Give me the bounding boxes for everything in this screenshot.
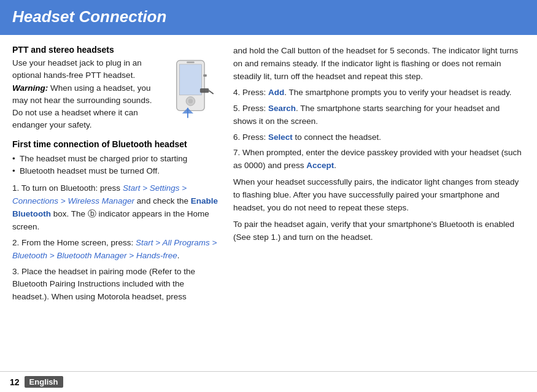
left-column: PTT and stereo headsets Use your headset… bbox=[12, 45, 221, 307]
header: Headset Connection bbox=[0, 0, 537, 35]
page-title: Headset Connection bbox=[12, 7, 525, 26]
ptt-text-block: PTT and stereo headsets Use your headset… bbox=[12, 45, 160, 132]
add-label: Add bbox=[268, 88, 284, 97]
svg-line-9 bbox=[209, 90, 213, 93]
phone-image-container bbox=[166, 45, 221, 132]
warning-label: Warning: bbox=[12, 83, 48, 93]
svg-rect-1 bbox=[179, 64, 201, 95]
bt-title: First time connection of Bluetooth heads… bbox=[12, 139, 221, 149]
bt-icon: ⓑ bbox=[88, 209, 96, 218]
select-label: Select bbox=[268, 133, 293, 142]
bullet-item: Bluetooth headset must be turned Off. bbox=[12, 165, 221, 177]
step-3: 3. Place the headset in pairing mode (Re… bbox=[12, 266, 221, 304]
footer: 12 English bbox=[0, 371, 537, 392]
svg-rect-8 bbox=[200, 88, 209, 93]
ptt-title: PTT and stereo headsets bbox=[12, 45, 160, 55]
step-2: 2. From the Home screen, press: Start > … bbox=[12, 237, 221, 263]
step1-label: 1. To turn on Bluetooth: press bbox=[12, 183, 123, 193]
ptt-section: PTT and stereo headsets Use your headset… bbox=[12, 45, 221, 132]
right-column: and hold the Call button of the headset … bbox=[233, 45, 525, 307]
svg-rect-5 bbox=[203, 74, 206, 77]
step-1: 1. To turn on Bluetooth: press Start > S… bbox=[12, 182, 221, 234]
closing-para-1: When your headset successfully pairs, th… bbox=[233, 176, 525, 215]
bullet-item: The headset must be charged prior to sta… bbox=[12, 153, 221, 165]
steps-left: 1. To turn on Bluetooth: press Start > S… bbox=[12, 182, 221, 304]
step-5: 5. Press: Search. The smartphone starts … bbox=[233, 102, 525, 128]
closing-para-2: To pair the headset again, verify that y… bbox=[233, 218, 525, 244]
ptt-body-text: Use your headset jack to plug in an opti… bbox=[12, 58, 142, 80]
main-content: PTT and stereo headsets Use your headset… bbox=[0, 35, 537, 313]
phone-icon bbox=[169, 58, 218, 119]
step-6: 6. Press: Select to connect the headset. bbox=[233, 131, 525, 144]
language-badge: English bbox=[25, 376, 63, 388]
ptt-body: Use your headset jack to plug in an opti… bbox=[12, 57, 160, 132]
page-number: 12 bbox=[10, 377, 20, 387]
svg-rect-2 bbox=[187, 61, 195, 63]
step-7: 7. When prompted, enter the device passk… bbox=[233, 147, 525, 172]
step-4: 4. Press: Add. The smartphone prompts yo… bbox=[233, 86, 525, 99]
svg-point-4 bbox=[188, 99, 193, 103]
step3-cont: and hold the Call button of the headset … bbox=[233, 45, 525, 83]
prerequisite-list: The headset must be charged prior to sta… bbox=[12, 153, 221, 178]
search-label: Search bbox=[268, 104, 296, 113]
accept-label: Accept bbox=[306, 161, 334, 170]
